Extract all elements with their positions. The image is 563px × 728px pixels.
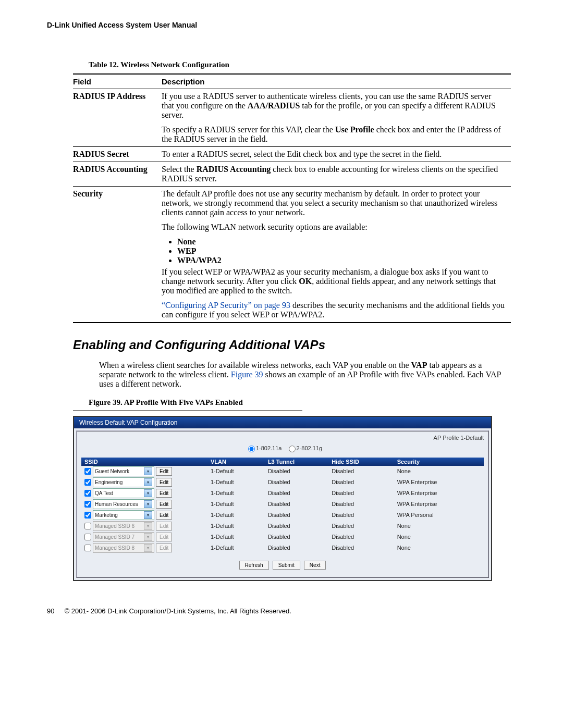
edit-button[interactable]: Edit (156, 478, 172, 487)
panel-title: Wireless Default VAP Configuration (74, 417, 491, 428)
vap-row: Managed SSID 7▾Edit1-DefaultDisabledDisa… (81, 532, 484, 542)
chevron-down-icon: ▾ (144, 478, 152, 486)
submit-button[interactable]: Submit (273, 561, 300, 570)
vap-enable-checkbox[interactable] (84, 523, 91, 529)
hide-cell: Disabled (328, 521, 394, 532)
vap-row: QA Test▾Edit1-DefaultDisabledDisabledWPA… (81, 488, 484, 499)
security-cell: None (394, 466, 484, 477)
l3-cell: Disabled (265, 477, 328, 488)
col-l3tunnel: L3 Tunnel (265, 458, 328, 466)
page-number: 90 (47, 607, 63, 615)
vlan-cell: 1-Default (207, 521, 265, 532)
edit-button[interactable]: Edit (156, 467, 172, 476)
hide-cell: Disabled (328, 488, 394, 499)
l3-cell: Disabled (265, 499, 328, 510)
next-button[interactable]: Next (304, 561, 326, 570)
security-options-list: None WEP WPA/WPA2 (172, 237, 506, 265)
figure-caption: Figure 39. AP Profile With Five VAPs Ena… (89, 398, 516, 407)
table-caption: Table 12. Wireless Network Configuration (89, 60, 516, 69)
vap-row: Marketing▾Edit1-DefaultDisabledDisabledW… (81, 510, 484, 521)
desc-paragraph: Select the RADIUS Accounting check box t… (162, 165, 506, 183)
field-label: RADIUS IP Address (73, 89, 162, 147)
row-radius-secret: RADIUS Secret To enter a RADIUS secret, … (73, 147, 511, 162)
chevron-down-icon: ▾ (144, 467, 152, 475)
vlan-cell: 1-Default (207, 477, 265, 488)
list-item: WEP (177, 246, 506, 256)
col-vlan: VLAN (207, 458, 265, 466)
row-security: Security The default AP profile does not… (73, 187, 511, 323)
vap-row: Guest Network▾Edit1-DefaultDisabledDisab… (81, 466, 484, 477)
ssid-select: Managed SSID 7▾ (93, 532, 154, 542)
page-footer: 90 © 2001- 2006 D-Link Corporation/D-Lin… (47, 607, 516, 615)
desc-paragraph: If you select WEP or WPA/WPA2 as your se… (162, 267, 506, 295)
section-heading: Enabling and Configuring Additional VAPs (73, 338, 516, 352)
vap-enable-checkbox[interactable] (84, 501, 91, 508)
cross-reference-link[interactable]: “Configuring AP Security” on page 93 (162, 301, 290, 310)
security-cell: WPA Personal (394, 510, 484, 521)
ssid-select[interactable]: Marketing▾ (93, 510, 154, 520)
doc-header: D-Link Unified Access System User Manual (47, 21, 516, 29)
l3-cell: Disabled (265, 521, 328, 532)
col-description: Description (162, 74, 511, 89)
refresh-button[interactable]: Refresh (239, 561, 269, 570)
edit-button[interactable]: Edit (156, 511, 172, 520)
col-security: Security (394, 458, 484, 466)
desc-paragraph: “Configuring AP Security” on page 93 des… (162, 301, 506, 319)
list-item: None (177, 237, 506, 246)
vap-enable-checkbox[interactable] (84, 479, 91, 486)
vlan-cell: 1-Default (207, 488, 265, 499)
ssid-select[interactable]: QA Test▾ (93, 488, 154, 498)
radio-80211g[interactable]: 2-802.11g (284, 445, 323, 451)
radio-80211a[interactable]: 1-802.11a (243, 445, 282, 451)
chevron-down-icon: ▾ (144, 511, 152, 519)
desc-paragraph: To enter a RADIUS secret, select the Edi… (162, 150, 506, 159)
security-cell: WPA Enterprise (394, 488, 484, 499)
vap-configuration-panel: Wireless Default VAP Configuration AP Pr… (73, 416, 492, 581)
chevron-down-icon: ▾ (144, 544, 152, 552)
vap-row: Managed SSID 6▾Edit1-DefaultDisabledDisa… (81, 521, 484, 532)
security-cell: WPA Enterprise (394, 499, 484, 510)
vap-enable-checkbox[interactable] (84, 512, 91, 519)
security-cell: None (394, 521, 484, 532)
figure-reference-link[interactable]: Figure 39 (231, 370, 263, 379)
row-radius-ip: RADIUS IP Address If you use a RADIUS se… (73, 89, 511, 147)
divider (73, 410, 302, 411)
edit-button[interactable]: Edit (156, 500, 172, 509)
desc-paragraph: The default AP profile does not use any … (162, 189, 506, 217)
desc-paragraph: The following WLAN network security opti… (162, 223, 506, 232)
hide-cell: Disabled (328, 499, 394, 510)
vap-enable-checkbox[interactable] (84, 468, 91, 475)
desc-paragraph: If you use a RADIUS server to authentica… (162, 92, 506, 120)
col-field: Field (73, 74, 162, 89)
vap-table: SSID VLAN L3 Tunnel Hide SSID Security G… (81, 458, 484, 553)
ssid-select[interactable]: Human Resources▾ (93, 499, 154, 509)
field-label: RADIUS Accounting (73, 162, 162, 187)
ssid-select[interactable]: Guest Network▾ (93, 466, 154, 476)
copyright: © 2001- 2006 D-Link Corporation/D-Link S… (65, 607, 291, 615)
l3-cell: Disabled (265, 466, 328, 477)
hide-cell: Disabled (328, 542, 394, 553)
col-ssid: SSID (81, 458, 207, 466)
vap-row: Human Resources▾Edit1-DefaultDisabledDis… (81, 499, 484, 510)
chevron-down-icon: ▾ (144, 522, 152, 530)
l3-cell: Disabled (265, 532, 328, 542)
vap-enable-checkbox[interactable] (84, 490, 91, 497)
edit-button[interactable]: Edit (156, 489, 172, 498)
vap-enable-checkbox[interactable] (84, 545, 91, 551)
vlan-cell: 1-Default (207, 542, 265, 553)
vap-enable-checkbox[interactable] (84, 534, 91, 540)
ssid-select[interactable]: Engineering▾ (93, 477, 154, 487)
l3-cell: Disabled (265, 510, 328, 521)
desc-paragraph: To specify a RADIUS server for this VAP,… (162, 125, 506, 144)
field-label: Security (73, 187, 162, 323)
radio-80211a-input[interactable] (248, 446, 255, 452)
edit-button: Edit (156, 522, 172, 530)
ssid-select: Managed SSID 6▾ (93, 521, 154, 531)
radio-80211g-input[interactable] (289, 446, 296, 452)
security-cell: WPA Enterprise (394, 477, 484, 488)
chevron-down-icon: ▾ (144, 533, 152, 541)
edit-button: Edit (156, 544, 172, 552)
chevron-down-icon: ▾ (144, 500, 152, 508)
l3-cell: Disabled (265, 488, 328, 499)
security-cell: None (394, 542, 484, 553)
